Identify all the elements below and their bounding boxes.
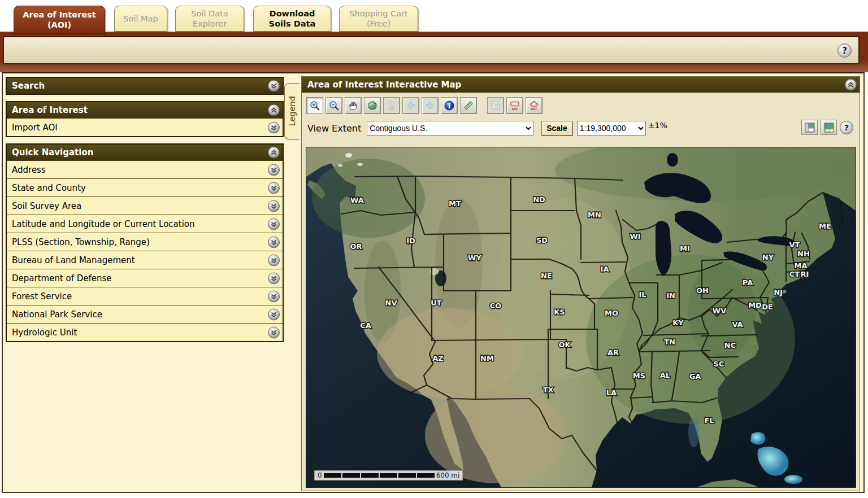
state-label-or: OR (350, 242, 362, 251)
state-label-tn: TN (664, 338, 675, 346)
chevron-up-icon[interactable] (268, 104, 280, 116)
sidebar-item-hydrologic-unit[interactable]: Hydrologic Unit (7, 323, 283, 341)
state-label-ia: IA (601, 265, 609, 273)
chevron-down-icon[interactable] (268, 290, 280, 302)
zoom-in-button[interactable] (306, 97, 323, 114)
aoi-text: AOI (531, 107, 537, 111)
sidebar-item-nps[interactable]: National Park Service (7, 305, 283, 323)
chevron-down-icon[interactable] (268, 121, 280, 133)
tab-soil-map[interactable]: Soil Map (114, 6, 167, 32)
scale-button[interactable]: Scale (541, 121, 572, 136)
sidebar-item-label: Latitude and Longitude or Current Locati… (12, 219, 195, 229)
state-label-ar: AR (607, 348, 619, 357)
chevron-up-icon[interactable] (268, 147, 280, 159)
search-section-title: Search (12, 81, 45, 91)
sidebar-item-forest-service[interactable]: Forest Service (7, 287, 283, 305)
zoom-in-icon (309, 100, 320, 111)
pan-hand-icon (348, 100, 359, 111)
aoi-section-header[interactable]: Area of Interest (7, 102, 283, 118)
info-icon: i (444, 100, 455, 111)
aoi-polygon-icon: AOI (528, 100, 540, 111)
chevron-down-icon[interactable] (268, 218, 280, 230)
pan-button[interactable] (345, 97, 362, 114)
sidebar-item-import-aoi[interactable]: Import AOI (7, 118, 283, 136)
state-label-nh: NH (797, 250, 810, 258)
sidebar-item-blm[interactable]: Bureau of Land Management (7, 251, 283, 269)
sidebar-item-label: PLSS (Section, Township, Range) (12, 237, 150, 247)
quick-navigation-title: Quick Navigation (12, 147, 93, 158)
state-label-wi: WI (630, 232, 640, 241)
state-label-ma: MA (795, 261, 808, 270)
quick-navigation-header[interactable]: Quick Navigation (7, 145, 283, 160)
chevron-down-icon[interactable] (268, 308, 280, 320)
sidebar-item-state-and-county[interactable]: State and County (7, 178, 283, 196)
state-label-mi: MI (680, 244, 690, 253)
sidebar-item-soil-survey-area[interactable]: Soil Survey Area (7, 196, 283, 215)
chevron-down-icon[interactable] (268, 164, 280, 176)
measure-ruler-icon (463, 100, 474, 111)
chevron-down-icon[interactable] (268, 182, 280, 194)
chevron-down-icon[interactable] (268, 200, 280, 212)
state-label-in: IN (666, 291, 675, 300)
map-help-icon[interactable]: ? (840, 121, 853, 134)
arrow-left-icon (405, 100, 416, 111)
scale-select[interactable]: 1:19,300,000 (577, 121, 646, 136)
state-label-nc: NC (724, 341, 736, 350)
state-label-co: CO (490, 302, 502, 310)
view-extent-label: View Extent (307, 123, 361, 134)
sidebar: Search Area of Interest Import AOI Quick… (6, 77, 284, 348)
sidebar-item-label: Bureau of Land Management (12, 255, 135, 265)
zoom-to-aoi-icon: AOI (386, 100, 397, 111)
sidebar-item-plss[interactable]: PLSS (Section, Township, Range) (7, 233, 283, 251)
state-label-ri: RI (801, 270, 809, 278)
chevron-down-icon[interactable] (268, 326, 280, 338)
aoi-polygon-button[interactable]: AOI (526, 97, 542, 114)
state-label-id: ID (406, 237, 415, 245)
chevron-up-icon[interactable] (845, 79, 857, 91)
search-section-header[interactable]: Search (7, 78, 283, 94)
map-panel-header[interactable]: Area of Interest Interactive Map (302, 77, 860, 93)
interactive-map[interactable]: WAORCAIDNVUTAZMTWYCONMNDSDNEKSOKTXMNIAMO… (306, 147, 856, 488)
sidebar-item-label: Department of Defense (12, 273, 112, 283)
state-label-md: MD (748, 301, 762, 309)
tab-download-soils-data[interactable]: Download Soils Data (253, 6, 331, 32)
header-band: ? (0, 32, 868, 72)
sidebar-item-label: Import AOI (12, 123, 58, 133)
help-icon[interactable]: ? (837, 43, 852, 58)
chevron-down-icon[interactable] (268, 272, 280, 284)
identify-button[interactable]: i (441, 97, 458, 114)
main-content: Search Area of Interest Import AOI Quick… (2, 72, 865, 493)
zoom-out-icon (328, 100, 340, 111)
extent-row: View Extent Contiguous U.S. Scale 1:19,3… (307, 120, 854, 137)
aoi-rectangle-button[interactable]: AOI (506, 97, 523, 114)
state-label-az: AZ (432, 354, 444, 362)
layout-sidebar-view-button[interactable] (801, 120, 818, 135)
sidebar-item-address[interactable]: Address (7, 160, 283, 178)
state-label-ny: NY (762, 253, 774, 261)
tab-shopping-cart[interactable]: Shopping Cart (Free) (339, 6, 418, 32)
search-section: Search (6, 77, 284, 95)
zoom-out-button[interactable] (326, 97, 342, 114)
chevron-down-icon[interactable] (268, 80, 280, 92)
state-label-mn: MN (588, 211, 601, 219)
tab-label: Soil Data Explorer (179, 8, 240, 29)
chevron-down-icon[interactable] (268, 254, 280, 266)
layout-map-view-button[interactable] (821, 120, 837, 135)
sidebar-item-lat-long[interactable]: Latitude and Longitude or Current Locati… (7, 215, 283, 233)
chevron-down-icon[interactable] (268, 236, 280, 248)
state-label-ky: KY (672, 318, 684, 327)
svg-text:i: i (448, 102, 451, 110)
state-label-sc: SC (714, 360, 724, 368)
measure-button[interactable] (460, 97, 477, 114)
tab-area-of-interest[interactable]: Area of Interest (AOI) (14, 6, 105, 34)
tab-soil-data-explorer[interactable]: Soil Data Explorer (175, 6, 244, 32)
state-label-fl: FL (704, 416, 714, 425)
legend-tab[interactable]: Legend (284, 83, 300, 139)
tab-label: Soil Map (123, 14, 158, 24)
state-label-mo: MO (605, 309, 618, 317)
view-extent-select[interactable]: Contiguous U.S. (367, 121, 533, 136)
sidebar-item-dod[interactable]: Department of Defense (7, 269, 283, 287)
state-label-nj: NJ (774, 288, 783, 296)
layout-sidebar-icon (804, 122, 815, 133)
full-extent-button[interactable] (364, 97, 381, 114)
